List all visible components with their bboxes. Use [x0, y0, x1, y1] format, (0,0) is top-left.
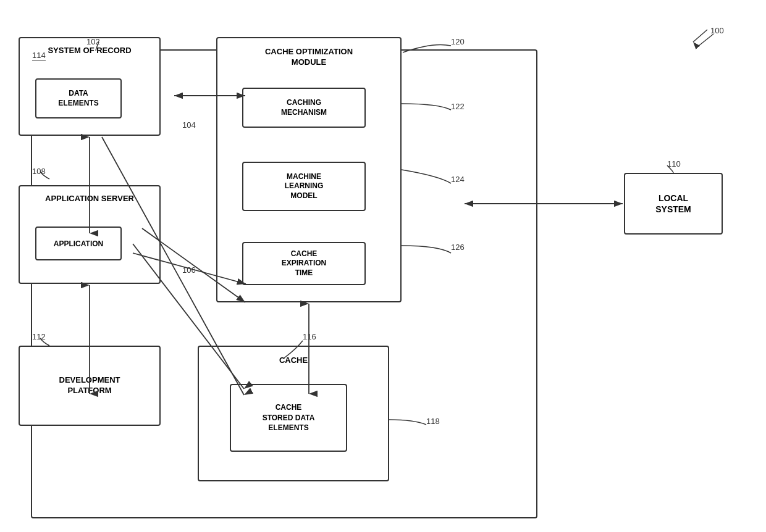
svg-line-13 — [693, 30, 707, 42]
local-system-label: LOCALSYSTEM — [655, 193, 691, 215]
dev-platform-label: DEVELOPMENTPLATFORM — [59, 375, 120, 396]
ref-116: 116 — [303, 332, 316, 341]
cache-opt-module-box: CACHE OPTIMIZATIONMODULE CACHINGMECHANIS… — [216, 37, 402, 302]
local-system-box: LOCALSYSTEM — [624, 173, 723, 235]
cache-stored-box: CACHESTORED DATAELEMENTS — [230, 384, 347, 452]
ml-model-box: MACHINELEARNINGMODEL — [242, 162, 366, 211]
ref-126: 126 — [451, 243, 465, 252]
ref-110: 110 — [667, 159, 681, 168]
application-box: APPLICATION — [35, 227, 122, 260]
cache-opt-label: CACHE OPTIMIZATIONMODULE — [217, 47, 400, 68]
ref-122: 122 — [451, 102, 465, 111]
ref-114-underline — [32, 60, 46, 60]
caching-mechanism-label: CACHINGMECHANISM — [281, 98, 327, 117]
ref-124: 124 — [451, 175, 465, 184]
ref-114: 114 — [32, 51, 46, 60]
svg-line-4 — [698, 34, 713, 46]
ref-118: 118 — [426, 417, 440, 426]
app-server-box: APPLICATION SERVER APPLICATION — [19, 185, 161, 284]
ref-104: 104 — [182, 120, 196, 130]
ref-102: 102 — [86, 37, 100, 46]
dev-platform-box: DEVELOPMENTPLATFORM — [19, 346, 161, 426]
cache-expiration-box: CACHEEXPIRATIONTIME — [242, 242, 366, 285]
ref-106: 106 — [182, 265, 196, 275]
ml-model-label: MACHINELEARNINGMODEL — [285, 172, 324, 201]
data-elements-label: DATAELEMENTS — [58, 89, 98, 108]
diagram-container: SYSTEM OF RECORD DATAELEMENTS APPLICATIO… — [0, 0, 766, 532]
ref-120: 120 — [451, 37, 465, 46]
caching-mechanism-box: CACHINGMECHANISM — [242, 88, 366, 128]
cache-label: CACHE — [199, 355, 388, 365]
cache-expiration-label: CACHEEXPIRATIONTIME — [282, 249, 326, 278]
data-elements-box: DATAELEMENTS — [35, 78, 122, 118]
ref-108: 108 — [32, 167, 46, 176]
cache-stored-label: CACHESTORED DATAELEMENTS — [263, 402, 315, 433]
ref-100: 100 — [710, 26, 724, 35]
ref-112: 112 — [32, 332, 46, 341]
application-label: APPLICATION — [54, 239, 103, 248]
cache-box: CACHE CACHESTORED DATAELEMENTS — [198, 346, 389, 481]
app-server-label: APPLICATION SERVER — [20, 194, 159, 204]
